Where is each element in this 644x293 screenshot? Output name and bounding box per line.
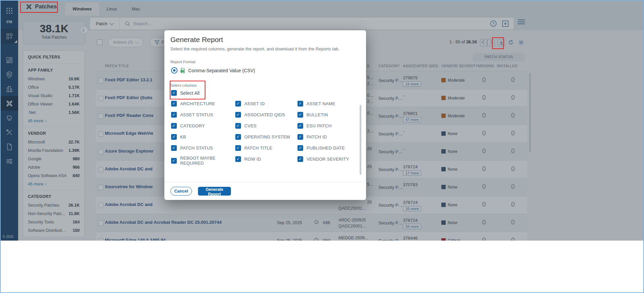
column-option[interactable]: ✓ ASSET NAME <box>297 100 360 107</box>
checkbox-checked-icon[interactable]: ✓ <box>235 112 241 118</box>
column-option[interactable]: ✓ ASSET ID <box>235 100 293 107</box>
generate-report-modal: Generate Report Select the required colu… <box>164 30 366 200</box>
checkbox-checked-icon[interactable]: ✓ <box>171 112 177 118</box>
modal-footer: Cancel Generate Report <box>164 182 366 200</box>
column-option[interactable]: ✓ PATCH ID <box>297 133 360 140</box>
column-option[interactable]: ✓ KB <box>171 133 229 140</box>
screen: PM <box>1 1 643 241</box>
checkbox-checked-icon[interactable]: ✓ <box>235 123 241 129</box>
modal-column-1: ✓ ARCHITECTURE ✓ ASSET STATUS ✓ CATEGORY… <box>171 100 229 166</box>
column-option-label: OPERATING SYSTEM <box>244 134 290 139</box>
column-option-label: REBOOT MAYBE REQUIRED <box>180 156 229 166</box>
csv-option-label: Comma-Separated Value (CSV) <box>188 68 255 73</box>
column-option[interactable]: ✓ REBOOT MAYBE REQUIRED <box>171 156 229 166</box>
column-option[interactable]: ✓ ASSOCIATED QIDS <box>235 111 293 118</box>
modal-column-3: ✓ ASSET NAME ✓ BULLETIN ✓ ESU PATCH ✓ PA… <box>297 100 360 163</box>
column-option-label: ASSOCIATED QIDS <box>244 112 285 117</box>
column-option[interactable]: ✓ CATEGORY <box>171 122 229 129</box>
column-option[interactable]: ✓ ROW ID <box>235 156 293 163</box>
report-format-label: Report Format <box>170 60 195 64</box>
column-option-label: PATCH STATUS <box>180 145 213 151</box>
column-option-label: CVES <box>244 123 256 128</box>
column-option-label: BULLETIN <box>307 112 328 117</box>
column-option-label: ASSET NAME <box>307 101 335 106</box>
checkbox-checked-icon[interactable]: ✓ <box>235 156 241 162</box>
checkbox-checked-icon[interactable]: ✓ <box>235 145 241 151</box>
column-option-label: ESU PATCH <box>307 123 331 128</box>
checkbox-checked-icon[interactable]: ✓ <box>171 123 177 129</box>
checkbox-checked-icon[interactable]: ✓ <box>235 134 241 140</box>
checkbox-checked-icon[interactable]: ✓ <box>297 156 303 162</box>
checkbox-checked-icon[interactable]: ✓ <box>297 101 303 107</box>
checkbox-checked-icon[interactable]: ✓ <box>171 134 177 140</box>
column-option-label: PATCH TITLE <box>244 145 272 151</box>
annotation-patches-title <box>20 2 58 13</box>
cancel-button[interactable]: Cancel <box>170 187 192 196</box>
column-option-label: VENDOR SEVERITY <box>307 157 349 162</box>
annotation-download-icon <box>492 37 504 49</box>
column-option[interactable]: ✓ PUBLISHED DATE <box>297 144 360 152</box>
modal-title: Generate Report <box>170 36 223 44</box>
annotation-select-columns <box>170 81 205 99</box>
csv-format-option[interactable]: CSV Comma-Separated Value (CSV) <box>171 67 255 74</box>
column-option-label: PATCH ID <box>307 134 327 139</box>
column-option[interactable]: ✓ ARCHITECTURE <box>171 100 229 107</box>
checkbox-checked-icon[interactable]: ✓ <box>171 101 177 107</box>
checkbox-checked-icon[interactable]: ✓ <box>297 145 303 151</box>
checkbox-checked-icon[interactable]: ✓ <box>297 134 303 140</box>
column-option[interactable]: ✓ ASSET STATUS <box>171 111 229 118</box>
modal-scrollbar[interactable] <box>360 105 361 175</box>
column-option-label: ASSET STATUS <box>180 112 213 117</box>
radio-selected-icon[interactable] <box>171 67 177 74</box>
column-option-label: PUBLISHED DATE <box>307 145 345 151</box>
column-option[interactable]: ✓ BULLETIN <box>297 111 360 118</box>
app-frame: PM <box>0 0 644 293</box>
csv-file-icon: CSV <box>180 68 186 73</box>
column-option[interactable]: ✓ OPERATING SYSTEM <box>235 133 293 140</box>
checkbox-checked-icon[interactable]: ✓ <box>235 101 241 107</box>
svg-text:CSV: CSV <box>180 70 184 72</box>
modal-column-2: ✓ ASSET ID ✓ ASSOCIATED QIDS ✓ CVES ✓ OP… <box>235 100 293 163</box>
column-option[interactable]: ✓ CVES <box>235 122 293 129</box>
checkbox-checked-icon[interactable]: ✓ <box>297 112 303 118</box>
column-option-label: ROW ID <box>244 157 261 162</box>
column-option[interactable]: ✓ ESU PATCH <box>297 122 360 129</box>
generate-report-button[interactable]: Generate Report <box>198 187 231 196</box>
checkbox-checked-icon[interactable]: ✓ <box>171 158 177 164</box>
modal-subtitle: Select the required columns, generate th… <box>170 46 339 51</box>
column-option-label: KB <box>180 134 186 139</box>
column-option[interactable]: ✓ PATCH TITLE <box>235 144 293 152</box>
column-option[interactable]: ✓ VENDOR SEVERITY <box>297 156 360 163</box>
column-option-label: ARCHITECTURE <box>180 101 215 106</box>
column-option[interactable]: ✓ PATCH STATUS <box>171 144 229 152</box>
column-option-label: ASSET ID <box>244 101 265 106</box>
checkbox-checked-icon[interactable]: ✓ <box>171 145 177 151</box>
checkbox-checked-icon[interactable]: ✓ <box>297 123 303 129</box>
column-option-label: CATEGORY <box>180 123 205 128</box>
